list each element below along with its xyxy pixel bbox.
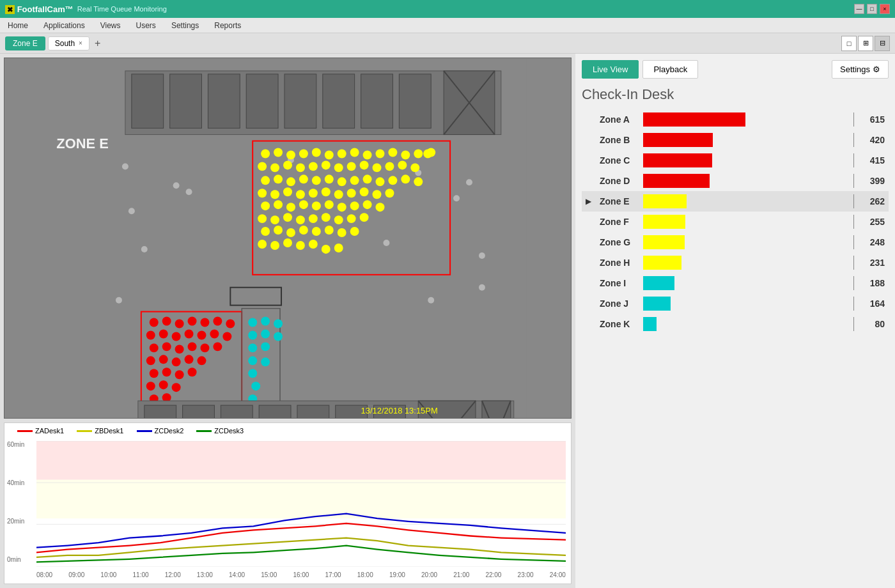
svg-point-14 bbox=[186, 189, 192, 195]
chart-y-labels: 60min 40min 20min 0min bbox=[7, 441, 24, 563]
playback-button[interactable]: Playback bbox=[642, 60, 698, 79]
x-label-19: 19:00 bbox=[389, 571, 405, 578]
zone-row-zonec[interactable]: Zone C415 bbox=[582, 150, 889, 171]
maximize-button[interactable]: □ bbox=[867, 4, 877, 14]
svg-point-106 bbox=[338, 228, 346, 237]
svg-point-69 bbox=[414, 177, 423, 186]
menu-reports[interactable]: Reports bbox=[212, 20, 244, 31]
svg-point-117 bbox=[150, 318, 159, 327]
zone-name-5: Zone F bbox=[600, 217, 638, 227]
zone-e-tab[interactable]: Zone E bbox=[5, 36, 45, 50]
svg-point-94 bbox=[296, 215, 305, 224]
zone-count-3: 399 bbox=[859, 176, 885, 186]
zone-row-zonej[interactable]: Zone J164 bbox=[582, 293, 889, 314]
svg-point-59 bbox=[286, 177, 295, 186]
legend-line-zbDesk1 bbox=[77, 430, 92, 432]
svg-point-91 bbox=[258, 214, 267, 223]
zone-bar-container-0 bbox=[643, 112, 854, 127]
svg-point-66 bbox=[376, 177, 385, 186]
zone-bar-container-9 bbox=[643, 297, 854, 311]
menu-home[interactable]: Home bbox=[5, 20, 31, 31]
south-tab-close[interactable]: × bbox=[79, 40, 82, 47]
svg-point-131 bbox=[150, 343, 159, 352]
svg-point-92 bbox=[270, 215, 279, 224]
svg-point-78 bbox=[360, 187, 369, 196]
menu-settings[interactable]: Settings bbox=[169, 20, 201, 31]
svg-point-21 bbox=[479, 252, 485, 259]
zone-bar-9 bbox=[643, 297, 671, 311]
svg-rect-2 bbox=[132, 74, 164, 128]
add-tab-button[interactable]: + bbox=[92, 38, 103, 49]
svg-point-148 bbox=[172, 383, 181, 392]
svg-point-109 bbox=[270, 241, 279, 250]
svg-point-73 bbox=[296, 190, 305, 199]
zone-row-zoneh[interactable]: Zone H231 bbox=[582, 252, 889, 273]
svg-point-158 bbox=[274, 332, 283, 341]
zone-divider-3 bbox=[853, 174, 854, 188]
zone-divider-8 bbox=[853, 276, 854, 290]
svg-point-22 bbox=[116, 297, 122, 304]
zone-name-4: Zone E bbox=[600, 196, 638, 206]
zone-bar-0 bbox=[643, 112, 745, 127]
menubar: Home Applications Views Users Settings R… bbox=[0, 18, 895, 33]
svg-point-145 bbox=[188, 368, 197, 376]
legend-line-zaDesk1 bbox=[17, 430, 33, 432]
zone-count-8: 188 bbox=[859, 278, 885, 288]
south-tab[interactable]: South × bbox=[48, 36, 90, 50]
svg-point-38 bbox=[376, 149, 385, 158]
legend-zaDesk1: ZADesk1 bbox=[17, 427, 64, 435]
layout-single[interactable]: □ bbox=[841, 36, 857, 51]
svg-point-65 bbox=[363, 174, 372, 183]
svg-point-139 bbox=[172, 357, 181, 366]
menu-users[interactable]: Users bbox=[134, 20, 159, 31]
zone-row-zonek[interactable]: Zone K80 bbox=[582, 314, 889, 334]
svg-point-13 bbox=[173, 182, 180, 189]
svg-point-39 bbox=[388, 148, 397, 157]
zone-row-zonea[interactable]: Zone A615 bbox=[582, 109, 889, 130]
chart-area: ZADesk1 ZBDesk1 ZCDesk2 ZCDesk3 60min bbox=[4, 422, 572, 584]
menu-applications[interactable]: Applications bbox=[41, 20, 88, 31]
close-button[interactable]: × bbox=[880, 4, 890, 14]
y-label-60: 60min bbox=[7, 441, 24, 448]
minimize-button[interactable]: — bbox=[854, 4, 864, 14]
zone-arrow-4: ▶ bbox=[586, 197, 595, 206]
zone-row-zoned[interactable]: Zone D399 bbox=[582, 171, 889, 191]
zone-count-7: 231 bbox=[859, 258, 885, 268]
zone-row-zonef[interactable]: Zone F255 bbox=[582, 212, 889, 232]
zone-row-zonei[interactable]: Zone I188 bbox=[582, 273, 889, 293]
svg-point-162 bbox=[261, 357, 270, 366]
legend-line-zcDesk3 bbox=[196, 430, 212, 432]
x-label-15: 15:00 bbox=[261, 571, 277, 578]
svg-point-135 bbox=[200, 343, 209, 352]
layout-grid3[interactable]: ⊟ bbox=[875, 36, 890, 51]
settings-gear-icon: ⚙ bbox=[873, 65, 880, 74]
zone-row-zoneg[interactable]: Zone G248 bbox=[582, 232, 889, 252]
svg-point-127 bbox=[185, 329, 194, 338]
zone-row-zonee[interactable]: ▶Zone E262 bbox=[582, 191, 889, 212]
svg-point-51 bbox=[360, 160, 369, 169]
svg-point-33 bbox=[312, 148, 321, 157]
svg-point-71 bbox=[270, 190, 279, 199]
settings-button[interactable]: Settings ⚙ bbox=[832, 60, 889, 79]
svg-point-153 bbox=[248, 318, 257, 327]
svg-point-18 bbox=[141, 246, 148, 252]
svg-point-97 bbox=[334, 215, 343, 224]
live-view-button[interactable]: Live View bbox=[582, 60, 639, 79]
svg-point-36 bbox=[350, 148, 359, 157]
titlebar-controls: — □ × bbox=[854, 4, 890, 14]
svg-point-32 bbox=[299, 149, 308, 158]
x-label-20: 20:00 bbox=[421, 571, 437, 578]
svg-point-81 bbox=[261, 201, 270, 210]
zone-row-zoneb[interactable]: Zone B420 bbox=[582, 130, 889, 150]
zone-name-2: Zone C bbox=[600, 155, 638, 166]
svg-point-88 bbox=[350, 201, 359, 210]
x-label-08: 08:00 bbox=[36, 571, 52, 578]
right-panel: Live View Playback Settings ⚙ Check-In D… bbox=[575, 54, 895, 588]
svg-point-90 bbox=[376, 203, 385, 212]
app-logo: ✖ FootfallCam™ bbox=[5, 4, 74, 14]
svg-point-34 bbox=[325, 150, 334, 159]
menu-views[interactable]: Views bbox=[98, 20, 123, 31]
svg-point-50 bbox=[347, 162, 356, 171]
layout-grid2[interactable]: ⊞ bbox=[858, 36, 873, 51]
svg-point-93 bbox=[283, 213, 292, 222]
